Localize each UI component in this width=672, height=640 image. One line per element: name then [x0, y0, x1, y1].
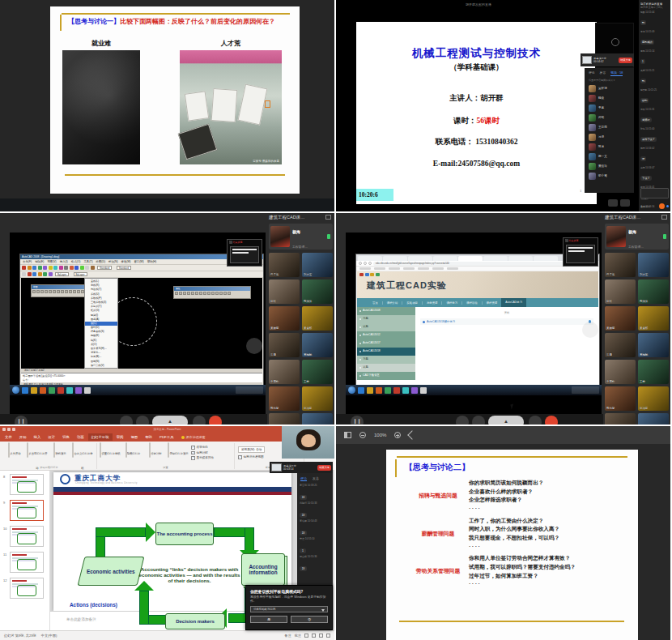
toolbar-icon[interactable] [53, 266, 57, 270]
resource-row[interactable]: AutoCAD2018操作练习 [420, 318, 593, 325]
menu-item[interactable]: 编辑(E) [35, 260, 44, 263]
end-call-button[interactable] [209, 416, 222, 425]
menu-item[interactable]: 窗口(W) [134, 260, 143, 263]
member-row[interactable]: 梅一文 [585, 151, 634, 161]
menu-item[interactable]: 插入(I) [60, 260, 68, 263]
command-line[interactable]: 指定圆的半径或 [直径(D)] <75.0000>:命令: [21, 373, 262, 382]
ribbon-button[interactable]: 录制幻灯片演示 [168, 443, 189, 458]
floating-avatar-badge[interactable] [582, 322, 598, 338]
browser-tab[interactable] [383, 256, 407, 261]
browser-tab[interactable] [433, 256, 457, 261]
side-menu-item[interactable]: 试题 [357, 323, 415, 331]
nav-item[interactable]: 课程资源 [482, 301, 502, 305]
toolbar-icon[interactable] [91, 266, 95, 270]
slide-thumbnail[interactable]: 12 [10, 578, 44, 599]
zoom-out-icon[interactable] [359, 432, 366, 438]
ribbon-button[interactable]: 隐藏幻灯片 [122, 443, 144, 458]
member-row[interactable]: 樊佳玲 [585, 161, 634, 171]
bookmark-item[interactable] [418, 267, 429, 270]
toolbar-icon[interactable] [43, 266, 47, 270]
browser-tab-active[interactable] [458, 256, 483, 261]
member-row[interactable]: 李鑫 [585, 103, 634, 113]
taskbar-app-icon[interactable] [385, 387, 391, 394]
ribbon-tab[interactable]: 动画 [74, 433, 87, 441]
ribbon-tab[interactable]: 帮助 [142, 433, 155, 441]
normal-view-icon[interactable] [304, 634, 308, 638]
ribbon-tab[interactable]: PDF工具 [156, 433, 177, 441]
participant-thumbnail[interactable]: 张冶芬 [302, 386, 333, 411]
participant-thumbnail[interactable]: 李雪梅 [605, 360, 636, 384]
side-menu-item[interactable]: 习题 [357, 315, 415, 323]
toolbar-icon[interactable] [22, 266, 26, 270]
slide-thumbnail[interactable]: 9 [10, 500, 44, 521]
layer-combo[interactable]: ByLayer [74, 272, 87, 276]
participant-thumbnail[interactable]: 张冶芬 [638, 386, 669, 411]
language-indicator[interactable]: 中文(中国) [41, 634, 57, 638]
start-button[interactable] [348, 386, 355, 394]
slide-sorter-icon[interactable] [312, 634, 316, 638]
chat-input[interactable] [640, 188, 669, 198]
reading-view-icon[interactable] [319, 634, 323, 638]
member-row[interactable]: 河泽 [585, 132, 634, 142]
bookmark-item[interactable] [432, 267, 444, 270]
member-row[interactable]: 宣怀瑾 [585, 83, 634, 93]
toolbar-icon[interactable] [59, 266, 63, 270]
participant-thumbnail[interactable]: 江坤 [302, 413, 333, 425]
member-row[interactable]: 魏俊 [585, 93, 634, 103]
taskbar-app-icon[interactable] [411, 387, 418, 394]
qq-icon[interactable] [659, 203, 665, 209]
participant-thumbnail[interactable]: 陈先智 [269, 386, 300, 411]
monitor-dropdown[interactable]: 监视器(M): 自动 [238, 446, 265, 453]
bookmark-item[interactable] [374, 267, 385, 270]
pause-button[interactable]: ❙❙ [15, 416, 28, 425]
layout-grid-icon[interactable] [325, 215, 331, 220]
tell-me-search[interactable]: 操作说明搜索 [181, 435, 206, 439]
comment-tab[interactable]: 评论 [300, 476, 307, 481]
comments-toggle[interactable]: 批注 [295, 634, 301, 638]
participant-thumbnail[interactable]: 吴金熙 [638, 306, 669, 331]
browser-tab[interactable] [408, 256, 432, 261]
layer-combo[interactable]: ByLayer [55, 272, 69, 276]
toolbar-icon[interactable] [49, 266, 53, 270]
participant-thumbnail[interactable]: 陈先智 [605, 386, 636, 411]
taskbar-app-icon[interactable] [22, 387, 28, 394]
panel-tab[interactable]: 发言 [600, 70, 606, 76]
browser-tab[interactable] [483, 256, 508, 261]
zoom-level[interactable]: 100% [374, 433, 386, 437]
end-call-button[interactable] [545, 416, 558, 425]
taskbar-app-icon[interactable] [367, 387, 373, 394]
browser-tab[interactable] [508, 256, 533, 261]
participant-thumbnail[interactable]: 陈洪洋 [302, 279, 333, 304]
menu-item[interactable]: 修改(M) [121, 260, 131, 263]
style-combo[interactable]: Standard [97, 266, 112, 270]
side-menu-item[interactable]: CAD下载专区 [357, 372, 415, 380]
share-screen-button[interactable]: ▲ [488, 416, 524, 425]
nav-item[interactable]: 课程介绍 [382, 301, 402, 305]
no-button[interactable]: 否 [291, 616, 328, 623]
participant-thumbnail[interactable]: 周楠畅 [638, 333, 669, 357]
toolbar-icon[interactable] [32, 266, 36, 270]
start-button[interactable] [12, 386, 19, 394]
more-button[interactable] [529, 416, 542, 425]
participant-thumbnail[interactable]: 周楠畅 [302, 333, 333, 357]
participant-thumbnail[interactable]: 吴振明 [605, 306, 636, 331]
taskbar-app-icon[interactable] [75, 387, 82, 394]
slideshow-view-icon[interactable] [326, 634, 330, 638]
share-preview-label[interactable]: ⬛ 结束共享 [228, 240, 262, 245]
zoom-in-icon[interactable] [394, 432, 401, 438]
menu-item[interactable]: 帮助(H) [147, 260, 157, 263]
video-button[interactable] [136, 416, 149, 425]
mic-button[interactable] [456, 416, 469, 425]
toolbar-icon[interactable] [38, 266, 42, 270]
participant-thumbnail[interactable]: 乐漪 [605, 333, 636, 357]
taskbar-app-icon[interactable] [49, 387, 55, 394]
toolbar-icon[interactable] [32, 272, 36, 276]
more-button[interactable] [193, 416, 206, 425]
participant-thumbnail[interactable]: 王静 [638, 360, 669, 384]
participant-thumbnail[interactable]: 张瑶 [605, 279, 636, 304]
ribbon-checkbox[interactable]: ✓使用计时 [191, 451, 214, 455]
floating-avatar-badge[interactable] [246, 338, 262, 354]
menu-item[interactable]: 标注(N) [108, 260, 118, 263]
style-combo[interactable]: Standard [117, 266, 131, 270]
bookmark-item[interactable] [403, 267, 415, 270]
